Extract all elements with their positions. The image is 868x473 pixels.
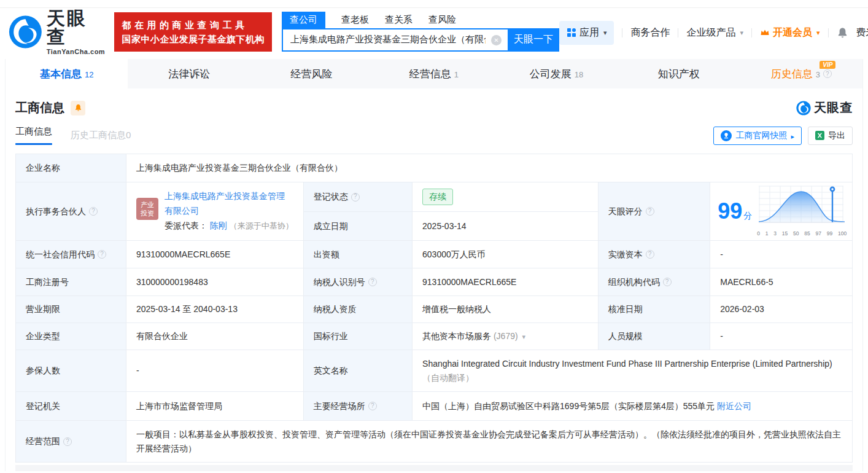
tianyancha-logo-icon bbox=[9, 15, 42, 49]
tab-company-development[interactable]: 公司发展 18 bbox=[495, 59, 618, 88]
nav-user-label: 费米 bbox=[856, 26, 868, 39]
field-value-registration-authority: 上海市市场监督管理局 bbox=[126, 392, 303, 421]
tab-label: 公司发展 bbox=[530, 67, 572, 81]
tab-intellectual-property[interactable]: 知识产权 bbox=[618, 59, 740, 88]
notification-bell-icon[interactable] bbox=[837, 27, 848, 39]
help-icon[interactable] bbox=[823, 69, 832, 78]
search-tabs: 查公司 查老板 查关系 查风险 bbox=[282, 12, 559, 28]
official-snapshot-button[interactable]: 工商官网快照 bbox=[713, 127, 802, 145]
promo-banner: 都在用的商业查询工具 国家中小企业发展子基金旗下机构 bbox=[114, 12, 272, 52]
industry-investment-badge: 产业 投资 bbox=[136, 198, 158, 220]
help-icon[interactable] bbox=[646, 250, 654, 259]
nav-separator bbox=[828, 28, 829, 37]
tab-operation-risk[interactable]: 经营风险 bbox=[250, 59, 373, 88]
section-title: 工商信息 bbox=[15, 100, 64, 116]
search-button[interactable]: 天眼一下 bbox=[508, 28, 559, 52]
tab-legal-litigation[interactable]: 法律诉讼 bbox=[128, 59, 250, 88]
field-label-industry: 国标行业 bbox=[303, 323, 412, 350]
score-value: 99 bbox=[718, 198, 742, 224]
field-value-paid-capital: - bbox=[710, 241, 853, 268]
nav-enterprise-label: 企业级产品 bbox=[686, 26, 735, 39]
nav-enterprise-products[interactable]: 企业级产品 bbox=[686, 26, 743, 39]
subtab-business-info[interactable]: 工商信息 bbox=[15, 126, 52, 145]
field-value-business-address: 中国（上海）自由贸易试验区中科路1699号第5层（实际楼层第4层）555单元 附… bbox=[413, 392, 853, 421]
table-row: 企业名称 上海集成电路产业投资基金三期合伙企业（有限合伙） bbox=[16, 154, 853, 182]
field-label-english-name: 英文名称 bbox=[303, 350, 412, 392]
field-label-org-code: 组织机构代码 bbox=[598, 268, 710, 296]
field-label-business-term: 营业期限 bbox=[16, 296, 126, 323]
vip-badge: VIP bbox=[820, 61, 835, 69]
tab-operation-info[interactable]: 经营信息 1 bbox=[373, 59, 495, 88]
nav-user[interactable]: 费米 bbox=[856, 26, 868, 39]
business-info-table: 企业名称 上海集成电路产业投资基金三期合伙企业（有限合伙） 执行事务合伙人 产业… bbox=[15, 154, 853, 463]
representative-label: 委派代表： bbox=[165, 221, 207, 230]
active-subtab-underline bbox=[15, 143, 52, 145]
tab-label: 经营风险 bbox=[291, 67, 333, 81]
search-tab-boss[interactable]: 查老板 bbox=[341, 12, 369, 28]
field-label-company-type: 企业类型 bbox=[16, 323, 126, 350]
field-label-insured-count: 参保人数 bbox=[16, 350, 126, 392]
tab-count: 18 bbox=[575, 70, 583, 79]
export-button[interactable]: 导出 bbox=[808, 127, 853, 145]
help-icon[interactable] bbox=[63, 437, 72, 446]
table-row: 执行事务合伙人 产业 投资 上海集成电路产业投资基金管理有限公司 委派代表： 陈… bbox=[16, 182, 853, 212]
table-row: 企业类型 有限合伙企业 国标行业 其他资本市场服务 (J679) 人员规模 - bbox=[16, 323, 853, 350]
tab-label: 经营信息 bbox=[409, 67, 451, 81]
table-row: 经营范围 一般项目：以私募基金从事股权投资、投资管理、资产管理等活动（须在中国证… bbox=[16, 421, 853, 463]
tab-count: 3 bbox=[816, 70, 820, 79]
field-value-approval-date: 2026-02-03 bbox=[710, 296, 853, 323]
clear-search-icon[interactable] bbox=[491, 35, 502, 45]
nav-open-vip-label: 开通会员 bbox=[773, 26, 812, 39]
main-container: 基本信息 12 法律诉讼 经营风险 经营信息 1 公司发展 18 知识产权 历史… bbox=[5, 59, 863, 471]
nav-open-vip[interactable]: 开通会员 bbox=[760, 26, 820, 39]
tab-basic-info[interactable]: 基本信息 12 bbox=[6, 59, 128, 88]
field-value-taxpayer-id: 91310000MAECRL665E bbox=[413, 268, 599, 296]
crown-icon bbox=[760, 28, 770, 37]
help-icon[interactable] bbox=[368, 402, 377, 410]
stamp-icon bbox=[721, 130, 732, 141]
field-label-reg-status: 登记状态 bbox=[303, 182, 412, 212]
help-icon[interactable] bbox=[351, 193, 360, 201]
search-tab-risk[interactable]: 查风险 bbox=[428, 12, 456, 28]
search-input[interactable] bbox=[282, 28, 508, 52]
field-value-staff-size: - bbox=[710, 323, 853, 350]
top-navigation: 应用 商务合作 企业级产品 开通会员 费米 bbox=[559, 21, 868, 45]
field-value-english-name: Shanghai Integrated Circuit Industry Inv… bbox=[413, 350, 853, 392]
field-value-reg-number: 310000000198483 bbox=[126, 268, 303, 296]
logo-domain: TianYanCha.com bbox=[47, 49, 106, 55]
nav-cooperation[interactable]: 商务合作 bbox=[630, 26, 670, 39]
score-axis-labels: 01 315 5085 9799 100 bbox=[756, 229, 848, 238]
nav-separator bbox=[751, 28, 752, 37]
representative-link[interactable]: 陈刚 bbox=[210, 221, 227, 230]
logo-title: 天眼查 bbox=[47, 9, 106, 46]
subtab-history-business-info[interactable]: 历史工商信息0 bbox=[71, 130, 131, 141]
nav-apps[interactable]: 应用 bbox=[559, 21, 614, 45]
chevron-down-icon[interactable] bbox=[521, 331, 526, 341]
monitor-bell-icon[interactable] bbox=[71, 101, 85, 115]
help-icon[interactable] bbox=[98, 250, 106, 259]
tab-history-info[interactable]: 历史信息 3 VIP bbox=[740, 59, 862, 88]
nearby-companies-link[interactable]: 附近公司 bbox=[717, 401, 751, 411]
help-icon[interactable] bbox=[646, 207, 654, 216]
field-value-business-term: 2025-03-14 至 2040-03-13 bbox=[126, 296, 303, 323]
tab-label: 基本信息 bbox=[40, 67, 82, 81]
field-label-executive-partner: 执行事务合伙人 bbox=[16, 182, 126, 241]
status-badge: 存续 bbox=[422, 189, 453, 205]
search-tab-relation[interactable]: 查关系 bbox=[385, 12, 413, 28]
field-label-staff-size: 人员规模 bbox=[598, 323, 710, 350]
tianyancha-watermark-logo: 天眼查 bbox=[796, 100, 853, 116]
field-label-paid-capital: 实缴资本 bbox=[598, 241, 710, 268]
partner-company-link[interactable]: 上海集成电路产业投资基金管理有限公司 bbox=[165, 191, 285, 216]
tianyancha-logo[interactable]: 天眼查 TianYanCha.com bbox=[9, 9, 106, 55]
help-icon[interactable] bbox=[368, 278, 377, 286]
field-label-credit-code: 统一社会信用代码 bbox=[16, 241, 126, 268]
nav-apps-label: 应用 bbox=[579, 26, 599, 39]
field-label-business-scope: 经营范围 bbox=[16, 421, 126, 463]
search-tab-company[interactable]: 查公司 bbox=[282, 12, 325, 28]
chevron-right-icon bbox=[791, 131, 794, 141]
help-icon[interactable] bbox=[89, 207, 98, 216]
help-icon[interactable] bbox=[663, 278, 672, 286]
field-label-tianyan-score: 天眼评分 bbox=[598, 182, 710, 241]
tab-label: 历史信息 bbox=[771, 67, 813, 81]
nav-separator bbox=[678, 28, 678, 37]
